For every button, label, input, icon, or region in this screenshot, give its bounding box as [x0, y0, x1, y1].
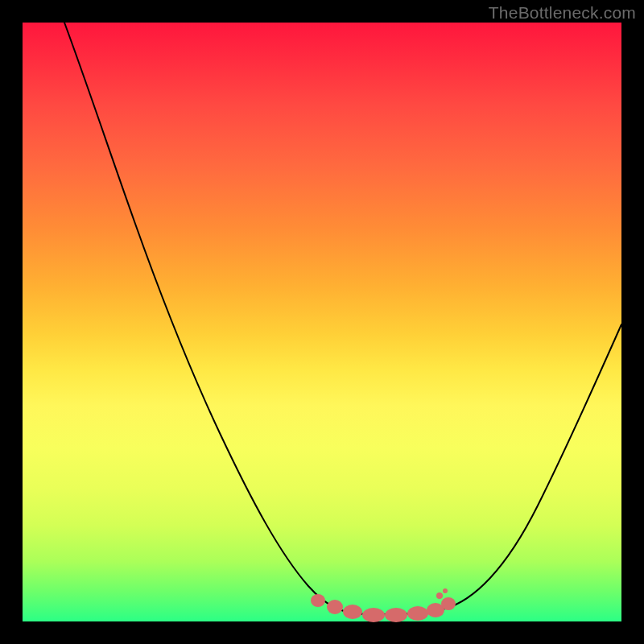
bottleneck-curve — [64, 23, 621, 614]
curve-overlay — [23, 23, 621, 621]
watermark-text: TheBottleneck.com — [489, 3, 636, 23]
chart-frame: TheBottleneck.com — [0, 0, 644, 644]
trough-marker — [311, 588, 456, 622]
plot-area — [23, 23, 621, 621]
